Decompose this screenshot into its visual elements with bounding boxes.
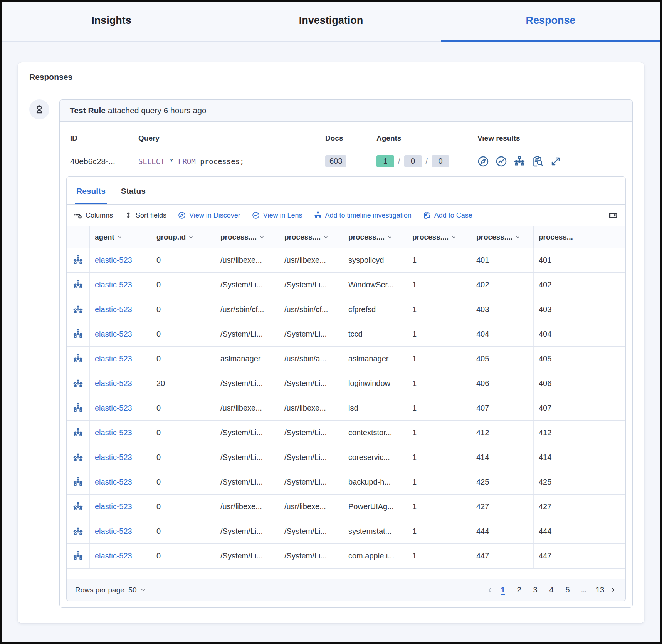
column-label-query: Query: [138, 134, 325, 143]
column-header-process[interactable]: process...: [534, 226, 625, 248]
page-button-4[interactable]: 4: [544, 584, 558, 596]
page-button-5[interactable]: 5: [561, 584, 575, 596]
toolbar-sort-fields-button[interactable]: Sort fields: [124, 211, 166, 220]
column-header-group-id[interactable]: group.id: [151, 226, 215, 248]
columns-icon: [74, 211, 82, 219]
column-header-label: process....: [220, 233, 257, 242]
agent-link[interactable]: elastic-523: [90, 322, 151, 346]
grid-cell: /System/Li...: [215, 544, 279, 568]
grid-cell: /System/Li...: [215, 445, 279, 470]
agent-link[interactable]: elastic-523: [90, 297, 151, 322]
query-id: 40eb6c28-...: [70, 157, 138, 166]
column-header-agent[interactable]: agent: [90, 226, 151, 248]
column-header-process[interactable]: process....: [471, 226, 534, 248]
grid-cell: /System/Li...: [215, 470, 279, 494]
tab-investigation[interactable]: Investigation: [221, 2, 441, 42]
keyboard-icon[interactable]: [608, 211, 618, 220]
grid-cell: PowerUIAg...: [343, 495, 407, 519]
timeline-icon[interactable]: [73, 329, 83, 339]
grid-cell: 414: [471, 445, 534, 470]
toolbar-add-to-case-button[interactable]: Add to Case: [423, 211, 472, 220]
agent-link[interactable]: elastic-523: [90, 544, 151, 568]
page-button-3[interactable]: 3: [528, 584, 542, 596]
timeline-icon[interactable]: [73, 428, 83, 438]
grid-cell: 0: [151, 470, 215, 494]
column-header-process[interactable]: process....: [215, 226, 279, 248]
agent-link[interactable]: elastic-523: [90, 470, 151, 494]
timeline-icon[interactable]: [73, 452, 83, 463]
grid-cell: /System/Li...: [279, 445, 343, 470]
grid-cell: /usr/libexe...: [215, 248, 279, 272]
discover-icon[interactable]: [477, 156, 489, 167]
grid-cell: 403: [471, 297, 534, 322]
grid-cell: 0: [151, 519, 215, 543]
grid-cell: 0: [151, 347, 215, 371]
timeline-icon[interactable]: [73, 304, 83, 315]
agent-link[interactable]: elastic-523: [90, 273, 151, 297]
agent-link[interactable]: elastic-523: [90, 445, 151, 470]
page-button-13[interactable]: 13: [593, 584, 607, 596]
tab-status[interactable]: Status: [120, 177, 147, 204]
expand-icon[interactable]: [550, 156, 561, 167]
agent-link[interactable]: elastic-523: [90, 519, 151, 543]
lens-icon[interactable]: [496, 156, 507, 167]
column-header-process[interactable]: process....: [343, 226, 407, 248]
toolbar-columns-button[interactable]: Columns: [74, 211, 113, 220]
grid-cell: 0: [151, 297, 215, 322]
timeline-icon[interactable]: [73, 255, 83, 265]
discover-icon: [178, 211, 186, 219]
column-header-label: process...: [539, 233, 573, 242]
toolbar-label: Sort fields: [136, 211, 166, 220]
timeline-icon[interactable]: [73, 354, 83, 364]
page-button-1[interactable]: 1: [496, 584, 510, 596]
case-icon[interactable]: [532, 156, 543, 167]
column-header-process[interactable]: process....: [279, 226, 343, 248]
timeline-icon[interactable]: [514, 156, 525, 167]
row-actions-cell: [67, 445, 90, 470]
agent-link[interactable]: elastic-523: [90, 347, 151, 371]
toolbar-add-to-timeline-investigation-button[interactable]: Add to timeline investigation: [314, 211, 412, 220]
agents-status: 1 / 0 / 0: [376, 155, 477, 167]
agents-success-badge: 1: [376, 155, 394, 167]
toolbar-view-in-discover-button[interactable]: View in Discover: [178, 211, 240, 220]
row-actions-cell: [67, 544, 90, 568]
rows-per-page-button[interactable]: Rows per page: 50: [75, 586, 146, 594]
comment-bubble: Test Rule attached query 6 hours ago ID …: [59, 99, 633, 608]
sort-icon: [124, 211, 132, 219]
agents-separator: /: [426, 157, 428, 166]
grid-cell: 0: [151, 248, 215, 272]
grid-cell: /usr/libexe...: [215, 396, 279, 420]
tab-results[interactable]: Results: [75, 177, 107, 204]
timeline-icon[interactable]: [73, 477, 83, 487]
grid-cell: 1: [407, 495, 471, 519]
grid-cell: /usr/libexe...: [279, 248, 343, 272]
page-button-2[interactable]: 2: [512, 584, 526, 596]
grid-cell: /usr/sbin/cf...: [279, 297, 343, 322]
prev-page-button[interactable]: [486, 586, 494, 594]
column-header-process[interactable]: process....: [407, 226, 471, 248]
timeline-icon[interactable]: [73, 551, 83, 561]
table-row: elastic-52320/System/Li.../System/Li...l…: [67, 371, 625, 396]
agent-link[interactable]: elastic-523: [90, 371, 151, 396]
timeline-icon[interactable]: [73, 501, 83, 512]
chevron-down-icon: [188, 234, 194, 240]
grid-cell: /System/Li...: [279, 470, 343, 494]
agent-link[interactable]: elastic-523: [90, 495, 151, 519]
toolbar-view-in-lens-button[interactable]: View in Lens: [252, 211, 302, 220]
timeline-icon[interactable]: [73, 378, 83, 389]
tab-response[interactable]: Response: [441, 2, 660, 42]
grid-cell: 412: [534, 421, 625, 445]
agent-link[interactable]: elastic-523: [90, 248, 151, 272]
column-label-id: ID: [70, 134, 138, 143]
agent-link[interactable]: elastic-523: [90, 396, 151, 420]
timeline-icon[interactable]: [73, 526, 83, 537]
next-page-button[interactable]: [609, 586, 617, 594]
timeline-icon[interactable]: [73, 403, 83, 413]
timeline-icon[interactable]: [73, 280, 83, 290]
grid-cell: /System/Li...: [215, 322, 279, 346]
grid-cell: 0: [151, 421, 215, 445]
agents-failed-badge: 0: [432, 155, 449, 167]
agent-link[interactable]: elastic-523: [90, 421, 151, 445]
grid-cell: 401: [471, 248, 534, 272]
tab-insights[interactable]: Insights: [2, 2, 221, 42]
